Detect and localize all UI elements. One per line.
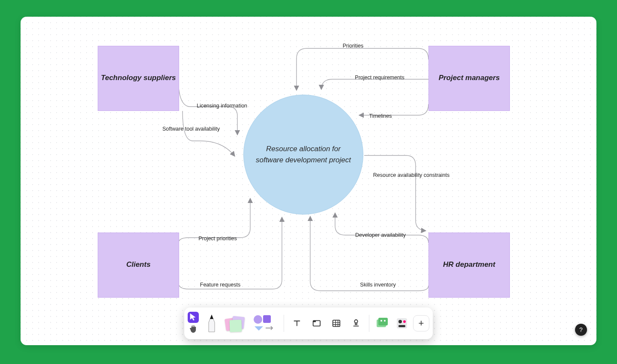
label-timelines: Timelines (369, 113, 392, 119)
node-technology-suppliers[interactable]: Technology suppliers (98, 46, 179, 111)
bottom-toolbar: + (184, 307, 433, 339)
edge-priorities (297, 48, 428, 90)
table-icon (332, 319, 341, 328)
node-project-managers[interactable]: Project managers (428, 46, 510, 111)
svg-rect-4 (313, 320, 316, 322)
svg-rect-5 (333, 320, 340, 326)
sticky-note-tool[interactable] (223, 313, 249, 334)
more-widgets-button[interactable] (393, 313, 410, 334)
cursor-icon (189, 313, 198, 322)
node-label: Project managers (439, 73, 500, 83)
edge-project-requirements (321, 79, 428, 90)
label-resource-constraints: Resource availability constraints (373, 172, 450, 178)
node-label: HR department (443, 260, 495, 270)
section-tool[interactable] (308, 313, 325, 334)
edge-developer-availability (335, 213, 428, 243)
stamp-tool[interactable] (347, 313, 365, 334)
help-label: ? (579, 326, 583, 333)
svg-point-9 (380, 320, 382, 322)
plus-icon: + (419, 319, 424, 328)
node-label: Resource allocation for software develop… (254, 143, 353, 165)
sticky-stack-icon (224, 314, 248, 333)
widget-icon-a (376, 317, 389, 330)
label-licensing: Licensing information (197, 103, 247, 109)
edge-resource-constraints (364, 155, 426, 231)
svg-point-13 (403, 320, 406, 323)
widgets-button[interactable] (374, 313, 391, 334)
label-skills-inventory: Skills inventory (360, 282, 395, 288)
pen-tool[interactable] (203, 313, 220, 334)
stamp-icon (351, 319, 361, 328)
svg-point-0 (254, 315, 262, 324)
label-project-priorities: Project priorities (198, 236, 237, 242)
svg-point-6 (354, 319, 357, 322)
svg-rect-1 (263, 315, 271, 323)
svg-point-12 (398, 320, 402, 323)
svg-rect-8 (378, 318, 388, 325)
pen-icon (206, 314, 217, 333)
label-priorities: Priorities (343, 43, 364, 49)
svg-marker-2 (255, 326, 263, 331)
add-tool-button[interactable]: + (413, 315, 429, 331)
pan-tool[interactable] (188, 324, 199, 335)
shapes-tool[interactable] (251, 313, 279, 334)
label-developer-availability: Developer availability (355, 232, 406, 238)
edge-feature-requests (178, 217, 282, 289)
section-icon (312, 319, 321, 328)
label-project-requirements: Project requirements (355, 75, 404, 81)
label-software-availability: Software tool availability (162, 126, 220, 132)
svg-point-10 (384, 320, 386, 322)
table-tool[interactable] (328, 313, 345, 334)
edge-software-availability (183, 111, 235, 156)
edge-skills-inventory (310, 216, 428, 291)
node-clients[interactable]: Clients (98, 233, 179, 298)
svg-rect-14 (398, 325, 405, 327)
select-tool[interactable] (188, 312, 199, 323)
help-button[interactable]: ? (575, 324, 587, 336)
shapes-icon (252, 313, 279, 333)
hand-icon (189, 325, 198, 334)
node-label: Clients (126, 260, 151, 270)
text-icon (292, 319, 302, 328)
whiteboard-canvas[interactable]: Priorities Project requirements Timeline… (21, 17, 596, 345)
text-tool[interactable] (288, 313, 306, 334)
widget-icon-b (395, 317, 408, 330)
node-center-resource-allocation[interactable]: Resource allocation for software develop… (243, 95, 363, 215)
label-feature-requests: Feature requests (200, 282, 241, 288)
node-label: Technology suppliers (101, 73, 176, 83)
node-hr-department[interactable]: HR department (428, 233, 510, 298)
